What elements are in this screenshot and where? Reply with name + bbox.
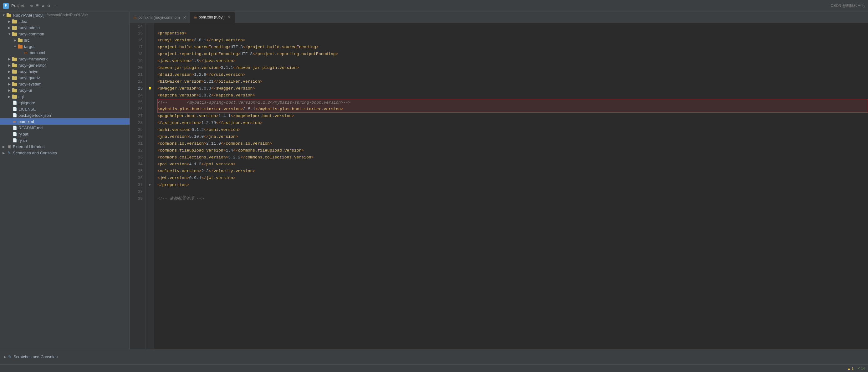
title-bar-icons[interactable]: ⊕ ≡ ⇌ ⚙ — <box>30 3 56 8</box>
tree-arrow-4[interactable]: ▶ <box>12 38 18 42</box>
tree-item-13[interactable]: ▶sql <box>0 93 129 99</box>
code-line-21[interactable]: <druid.version>1.2.8</druid.version> <box>157 71 868 78</box>
code-line-24[interactable]: <kaptcha.version>2.3.2</kaptcha.version> <box>157 92 868 99</box>
tree-item-5[interactable]: ▼target <box>0 43 129 50</box>
tree-extra-0: ~/personlCode/RuoYi-Vue <box>44 13 88 17</box>
code-line-35[interactable]: <velocity.version>2.3</velocity.version> <box>157 168 868 175</box>
tab-pom-ruoyi[interactable]: m pom.xml (ruoyi) ✕ <box>190 12 235 23</box>
tree-item-12[interactable]: ▶ruoyi-ui <box>0 87 129 93</box>
code-line-34[interactable]: <poi.version>4.1.2</poi.version> <box>157 161 868 168</box>
code-line-33[interactable]: <commons.collections.version>3.2.2</comm… <box>157 154 868 161</box>
code-line-20[interactable]: <maven-jar-plugin.version>3.1.1</maven-j… <box>157 64 868 71</box>
scratches-item[interactable]: ▶ ✎ Scratches and Consoles <box>4 354 58 359</box>
tree-item-7[interactable]: ▶ruoyi-framework <box>0 56 129 62</box>
tree-arrow-12[interactable]: ▶ <box>7 89 12 92</box>
code-line-14[interactable] <box>157 23 868 30</box>
code-line-17[interactable]: <project.build.sourceEncoding>UTF-8</pro… <box>157 44 868 51</box>
expand-icon[interactable]: ⇌ <box>42 3 44 8</box>
warning-icon: ▲ <box>847 367 851 370</box>
tree-item-9[interactable]: ▶ruoyi-heiye <box>0 68 129 75</box>
tree-item-3[interactable]: ▼ruoyi-common <box>0 31 129 37</box>
tree-label-18: README.md <box>18 125 42 130</box>
code-line-26[interactable]: <mybatis-plus-boot-starter.version>3.5.1… <box>157 106 868 113</box>
code-line-37[interactable]: </properties> <box>157 182 868 189</box>
line-number-36: 36 <box>133 175 143 182</box>
add-icon[interactable]: ⊕ <box>30 3 33 8</box>
code-line-30[interactable]: <jna.version>5.10.0</jna.version> <box>157 134 868 140</box>
svg-rect-21 <box>12 82 14 83</box>
tree-item-2[interactable]: ▶ruoyi-admin <box>0 24 129 31</box>
tree-item-18[interactable]: 📄README.md <box>0 125 129 131</box>
editor[interactable]: 1415161718192021222324252627282930313233… <box>130 23 868 349</box>
status-warning[interactable]: ▲ 1 <box>847 367 854 370</box>
tab-close-2[interactable]: ✕ <box>228 15 231 20</box>
tree-item-0[interactable]: ▼RuoYi-Vue [ruoyi] ~/personlCode/RuoYi-V… <box>0 12 129 18</box>
editor-content: 1415161718192021222324252627282930313233… <box>130 23 868 349</box>
tree-item-8[interactable]: ▶ruoyi-generator <box>0 62 129 68</box>
tree-icon-2 <box>12 25 18 30</box>
code-line-39[interactable]: <!-- 依赖配置管理 --> <box>157 195 868 202</box>
gutter-22 <box>146 78 154 85</box>
tree-arrow-9[interactable]: ▶ <box>7 70 12 73</box>
tree-item-6[interactable]: mpom.xml <box>0 50 129 56</box>
tree-item-14[interactable]: 📄.gitignore <box>0 99 129 106</box>
settings-icon[interactable]: ⚙ <box>48 3 50 8</box>
tree-item-19[interactable]: 📄ry.bat <box>0 131 129 137</box>
code-line-29[interactable]: <oshi.version>6.1.2</oshi.version> <box>157 126 868 134</box>
code-line-16[interactable]: <ruoyi.version>3.8.1</ruoyi.version> <box>157 37 868 44</box>
tree-arrow-11[interactable]: ▶ <box>7 82 12 86</box>
tree-item-10[interactable]: ▶ruoyi-quartz <box>0 75 129 81</box>
tree-item-11[interactable]: ▶ruoyi-system <box>0 81 129 87</box>
fold-arrow[interactable]: ▼ <box>149 183 151 187</box>
tree-arrow-13[interactable]: ▶ <box>7 95 12 98</box>
scratches-expand-arrow[interactable]: ▶ <box>4 355 6 359</box>
code-line-15[interactable]: <properties> <box>157 30 868 37</box>
tree-arrow-2[interactable]: ▶ <box>7 26 12 29</box>
code-line-31[interactable]: <commons.io.version>2.11.0</commons.io.v… <box>157 140 868 147</box>
ok-count: 14 <box>861 367 865 370</box>
tree-item-1[interactable]: ▶.idea <box>0 18 129 24</box>
code-line-19[interactable]: <java.version>1.8</java.version> <box>157 58 868 64</box>
tree-item-21[interactable]: ▶▣External Libraries <box>0 143 129 150</box>
code-line-27[interactable]: <pagehelper.boot.version>1.4.1</pagehelp… <box>157 113 868 120</box>
minimize-icon[interactable]: — <box>53 3 56 8</box>
tree-item-17[interactable]: mpom.xml <box>0 118 129 125</box>
bottom-panel[interactable]: ▶ ✎ Scratches and Consoles <box>0 349 868 365</box>
list-icon[interactable]: ≡ <box>36 3 38 8</box>
code-line-23[interactable]: <swagger.version>3.0.0</swagger.version> <box>157 85 868 92</box>
tree-icon-17: m <box>12 119 18 124</box>
line-number-18: 18 <box>133 51 143 58</box>
tab-close-1[interactable]: ✕ <box>183 15 186 20</box>
code-line-28[interactable]: <fastjson.version>1.2.79</fastjson.versi… <box>157 120 868 126</box>
tab-pom-common[interactable]: m pom.xml (ruoyi-common) ✕ <box>130 12 190 23</box>
tree-item-4[interactable]: ▶src <box>0 37 129 43</box>
tree-arrow-1[interactable]: ▶ <box>7 20 12 23</box>
gutter-38 <box>146 189 154 195</box>
code-line-38[interactable] <box>157 189 868 195</box>
tree-arrow-5[interactable]: ▼ <box>12 45 18 48</box>
code-line-32[interactable]: <commons.fileupload.version>1.4</commons… <box>157 147 868 154</box>
code-line-36[interactable]: <jwt.version>0.9.1</jwt.version> <box>157 175 868 182</box>
tree-arrow-10[interactable]: ▶ <box>7 76 12 80</box>
tree-arrow-3[interactable]: ▼ <box>7 32 12 36</box>
tree-item-20[interactable]: 📄ry.sh <box>0 137 129 143</box>
line-number-15: 15 <box>133 30 143 37</box>
code-line-25[interactable]: <!-- <mybatis-spring-boot.version>2.2.2<… <box>157 99 868 106</box>
title-text: Project <box>11 3 24 8</box>
tree-label-5: target <box>23 44 34 49</box>
tree-item-15[interactable]: 📄LICENSE <box>0 106 129 112</box>
tree-icon-20: 📄 <box>12 138 18 143</box>
code-line-18[interactable]: <project.reporting.outputEncoding>UTF-8<… <box>157 51 868 58</box>
line-number-37: 37 <box>133 182 143 189</box>
gutter-36 <box>146 175 154 182</box>
tree-arrow-8[interactable]: ▶ <box>7 63 12 67</box>
code-line-22[interactable]: <bitwalker.version>1.21</bitwalker.versi… <box>157 78 868 85</box>
tree-item-22[interactable]: ▶✎Scratches and Consoles <box>0 150 129 156</box>
tree-item-16[interactable]: 📄package-lock.json <box>0 112 129 118</box>
tree-arrow-0[interactable]: ▼ <box>1 13 6 17</box>
tree-arrow-22[interactable]: ▶ <box>1 151 6 155</box>
tree-icon-14: 📄 <box>12 100 18 105</box>
tree-arrow-7[interactable]: ▶ <box>7 57 12 61</box>
status-ok[interactable]: ✔ 14 <box>857 366 865 370</box>
tree-arrow-21[interactable]: ▶ <box>1 145 6 148</box>
